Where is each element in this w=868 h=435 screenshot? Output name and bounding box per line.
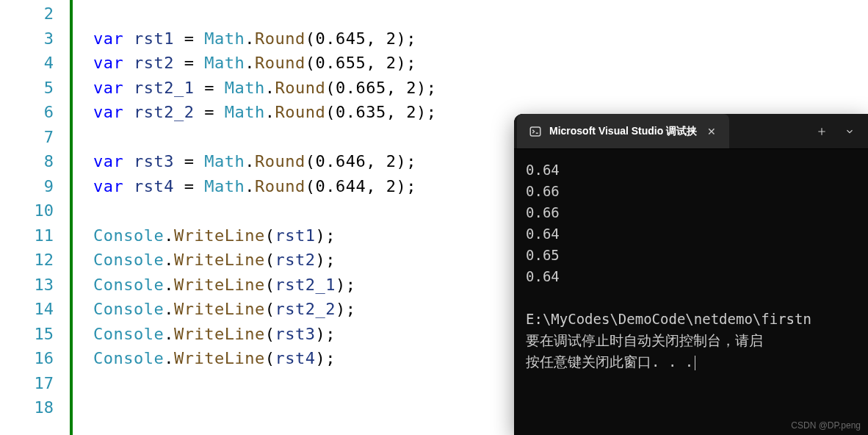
watermark-text: CSDN @DP.peng	[791, 420, 861, 431]
bracket-guide	[70, 0, 73, 435]
terminal-path-line: E:\MyCodes\DemoCode\netdemo\firstn	[526, 309, 856, 330]
line-number: 16	[0, 346, 54, 371]
debug-console-window: Microsoft Visual Studio 调试挟 ✕ 0.640.660.…	[514, 114, 868, 435]
terminal-tab-title: Microsoft Visual Studio 调试挟	[549, 125, 697, 138]
terminal-hint-line: 要在调试停止时自动关闭控制台，请启	[526, 330, 856, 351]
line-number: 3	[0, 26, 54, 51]
cursor-icon	[695, 356, 695, 370]
line-number: 4	[0, 51, 54, 76]
svg-rect-0	[530, 127, 540, 136]
line-number: 14	[0, 297, 54, 322]
terminal-output[interactable]: 0.640.660.660.640.650.64 E:\MyCodes\Demo…	[514, 149, 868, 383]
line-number: 8	[0, 149, 54, 174]
line-number: 15	[0, 322, 54, 347]
line-number: 6	[0, 100, 54, 125]
line-number: 5	[0, 76, 54, 101]
terminal-output-line: 0.66	[526, 202, 856, 223]
new-tab-button[interactable]	[817, 126, 827, 137]
terminal-output-line: 0.66	[526, 181, 856, 202]
line-number: 7	[0, 125, 54, 150]
terminal-output-line: 0.65	[526, 245, 856, 266]
code-line[interactable]: var rst1 = Math.Round(0.645, 2);	[93, 26, 868, 51]
line-number: 12	[0, 248, 54, 273]
terminal-tab[interactable]: Microsoft Visual Studio 调试挟 ✕	[517, 114, 729, 148]
terminal-output-line: 0.64	[526, 266, 856, 287]
terminal-actions	[803, 126, 868, 137]
terminal-icon	[529, 125, 542, 138]
terminal-output-line: 0.64	[526, 223, 856, 245]
split-dropdown-icon[interactable]	[845, 126, 855, 137]
code-line[interactable]: var rst2 = Math.Round(0.655, 2);	[93, 51, 868, 76]
close-icon[interactable]: ✕	[704, 124, 719, 139]
line-number: 18	[0, 395, 54, 420]
line-number: 2	[0, 1, 54, 26]
code-line[interactable]: var rst2_1 = Math.Round(0.665, 2);	[93, 76, 868, 101]
terminal-output-line: 0.64	[526, 159, 856, 181]
code-line[interactable]	[93, 1, 868, 26]
line-number: 10	[0, 198, 54, 223]
line-number: 11	[0, 223, 54, 248]
line-number: 9	[0, 174, 54, 199]
line-number: 13	[0, 273, 54, 298]
terminal-tab-bar: Microsoft Visual Studio 调试挟 ✕	[514, 114, 868, 149]
line-number: 17	[0, 371, 54, 396]
line-number-gutter: 23456789101112131415161718	[0, 0, 62, 435]
terminal-prompt-line: 按任意键关闭此窗口. . .	[526, 351, 856, 373]
